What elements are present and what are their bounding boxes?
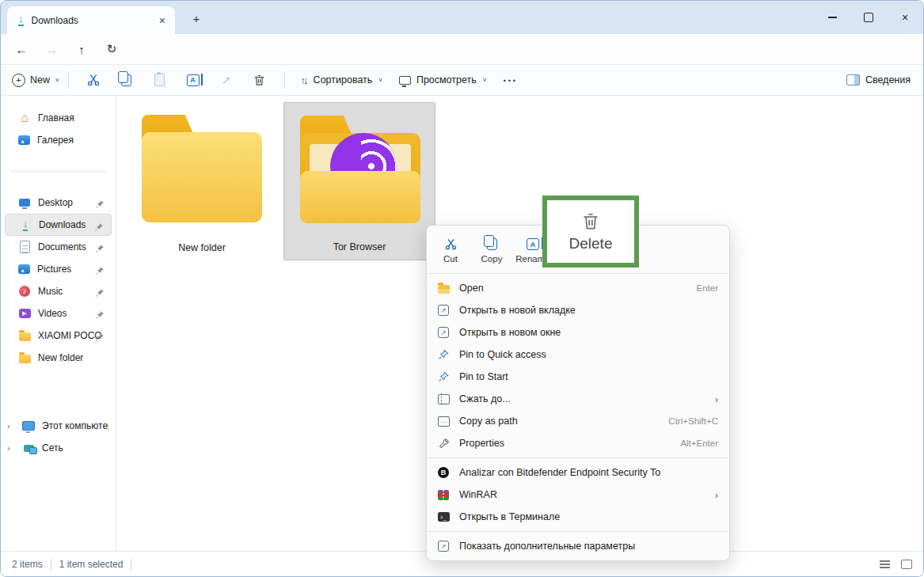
- maximize-button[interactable]: [850, 1, 887, 34]
- sidebar-item-downloads[interactable]: ↓ Downloads: [5, 214, 112, 236]
- sidebar-item-home[interactable]: ⌂ Главная: [5, 107, 112, 129]
- menu-item-open-new-tab[interactable]: ↗ Открыть в новой вкладке: [427, 299, 729, 321]
- sidebar-item-pictures[interactable]: ▲ Pictures: [5, 258, 112, 280]
- winrar-icon: [438, 490, 449, 500]
- tab-close-icon[interactable]: ×: [156, 14, 169, 27]
- copy-icon: [121, 74, 131, 86]
- menu-item-compress[interactable]: Сжать до... ›: [427, 388, 729, 410]
- cut-button[interactable]: [79, 68, 108, 92]
- menu-item-properties[interactable]: Properties Alt+Enter: [427, 432, 729, 454]
- paste-icon: [154, 74, 165, 86]
- sidebar-item-label: Documents: [38, 241, 86, 252]
- menu-item-label: Показать дополнительные параметры: [459, 541, 718, 552]
- submenu-chevron-icon: ›: [715, 489, 718, 501]
- menu-item-open-new-window[interactable]: ↗ Открыть в новом окне: [427, 321, 729, 344]
- context-cut-button[interactable]: Cut: [430, 237, 471, 264]
- list-view-icon[interactable]: [880, 560, 890, 568]
- cut-label: Cut: [443, 254, 458, 264]
- details-panel-icon: [846, 74, 860, 85]
- pin-icon: [94, 221, 104, 235]
- monitor-icon: [399, 76, 411, 85]
- details-toggle-button[interactable]: Сведения: [846, 74, 911, 85]
- wrench-icon: [438, 438, 449, 449]
- paste-button[interactable]: [146, 68, 174, 92]
- pin-icon: [95, 287, 105, 301]
- expand-chevron-icon[interactable]: ›: [7, 443, 10, 453]
- sort-button-label: Сортировать: [314, 74, 373, 85]
- details-label: Сведения: [865, 74, 911, 85]
- sidebar-item-xiaomi-poco[interactable]: XIAOMI POCO F: [5, 325, 112, 347]
- view-button[interactable]: Просмотреть ∨: [391, 68, 495, 92]
- thumbnail-view-icon[interactable]: [901, 560, 912, 569]
- menu-shortcut: Alt+Enter: [680, 438, 718, 448]
- music-icon: ♪: [19, 286, 30, 297]
- sidebar-item-network[interactable]: › Сеть: [5, 437, 112, 459]
- menu-item-open-in-terminal[interactable]: >_ Открыть в Терминале: [427, 506, 729, 528]
- sidebar-item-label: Сеть: [42, 442, 63, 454]
- menu-item-open[interactable]: Open Enter: [427, 277, 729, 299]
- command-toolbar: + New ∨ A ↗ ↑↓ Сортировать ∨ Просмотреть…: [1, 64, 923, 96]
- delete-button[interactable]: [245, 68, 274, 92]
- file-tile-tor-browser[interactable]: Tor Browser: [283, 102, 435, 260]
- submenu-chevron-icon: ›: [715, 393, 718, 405]
- pin-icon: [438, 349, 449, 360]
- close-button[interactable]: ×: [887, 1, 923, 34]
- network-icon: [24, 445, 34, 452]
- copy-as-path-icon: …: [438, 416, 450, 427]
- pin-icon: [95, 331, 105, 345]
- sort-arrows-icon: ↑↓: [301, 74, 306, 86]
- navigation-pane: ⌂ Главная ▲ Галерея Desktop ↓ Downloads …: [1, 96, 116, 551]
- sidebar-gap: [1, 369, 116, 415]
- share-icon: ↗: [222, 74, 231, 86]
- menu-item-pin-to-start[interactable]: Pin to Start: [427, 366, 729, 388]
- toolbar-divider: [284, 71, 285, 89]
- up-button[interactable]: ↑: [70, 38, 93, 60]
- scissors-icon: [444, 237, 458, 251]
- gallery-icon: ▲: [18, 135, 30, 145]
- sidebar-item-new-folder[interactable]: New folder: [5, 347, 112, 369]
- compress-icon: [438, 394, 450, 404]
- back-button[interactable]: ←: [10, 38, 32, 60]
- refresh-button[interactable]: ↻: [101, 38, 123, 60]
- menu-item-bitdefender-scan[interactable]: B Analizar con Bitdefender Endpoint Secu…: [427, 461, 729, 484]
- menu-item-label: Analizar con Bitdefender Endpoint Securi…: [459, 467, 718, 478]
- more-options-icon: ↗: [438, 541, 449, 552]
- chevron-down-icon: ∨: [482, 77, 488, 83]
- forward-button[interactable]: →: [40, 38, 63, 60]
- open-new-window-icon: ↗: [438, 327, 449, 338]
- copy-button[interactable]: [112, 68, 141, 92]
- sidebar-item-desktop[interactable]: Desktop: [5, 192, 112, 214]
- new-button[interactable]: + New ∨: [12, 74, 60, 87]
- title-bar: ↓ Downloads × + ×: [1, 1, 923, 34]
- menu-item-show-more-options[interactable]: ↗ Показать дополнительные параметры: [427, 535, 729, 557]
- pin-icon: [95, 198, 105, 212]
- rename-button[interactable]: A: [179, 68, 207, 92]
- home-icon: ⌂: [18, 112, 31, 124]
- sidebar-item-videos[interactable]: ▶ Videos: [5, 302, 112, 325]
- file-tile-new-folder[interactable]: New folder: [126, 102, 278, 260]
- context-copy-button[interactable]: Copy: [471, 237, 512, 264]
- new-tab-button[interactable]: +: [188, 9, 205, 27]
- terminal-icon: >_: [438, 512, 450, 522]
- minimize-button[interactable]: [814, 1, 850, 34]
- sidebar-item-label: New folder: [38, 352, 83, 363]
- delete-annotation-label: Delete: [569, 235, 613, 252]
- file-name: Tor Browser: [284, 241, 435, 252]
- share-button[interactable]: ↗: [212, 68, 241, 92]
- sidebar-item-this-pc[interactable]: › Этот компьютер: [5, 415, 112, 437]
- minimize-icon: [828, 17, 837, 17]
- expand-chevron-icon[interactable]: ›: [7, 421, 10, 431]
- rename-icon: A: [527, 238, 539, 250]
- menu-item-winrar[interactable]: WinRAR ›: [427, 484, 729, 506]
- menu-item-copy-as-path[interactable]: … Copy as path Ctrl+Shift+C: [427, 410, 729, 432]
- sidebar-item-documents[interactable]: Documents: [5, 236, 112, 258]
- menu-item-pin-quick-access[interactable]: Pin to Quick access: [427, 344, 729, 366]
- sort-button[interactable]: ↑↓ Сортировать ∨: [293, 68, 391, 92]
- sidebar-item-music[interactable]: ♪ Music: [5, 280, 112, 302]
- more-options-button[interactable]: ···: [495, 74, 525, 87]
- chevron-down-icon: ∨: [378, 77, 383, 83]
- menu-item-label: Pin to Quick access: [459, 349, 718, 360]
- explorer-tab-downloads[interactable]: ↓ Downloads ×: [7, 6, 175, 34]
- delete-annotation-highlight[interactable]: Delete: [542, 195, 639, 268]
- sidebar-item-gallery[interactable]: ▲ Галерея: [5, 129, 112, 151]
